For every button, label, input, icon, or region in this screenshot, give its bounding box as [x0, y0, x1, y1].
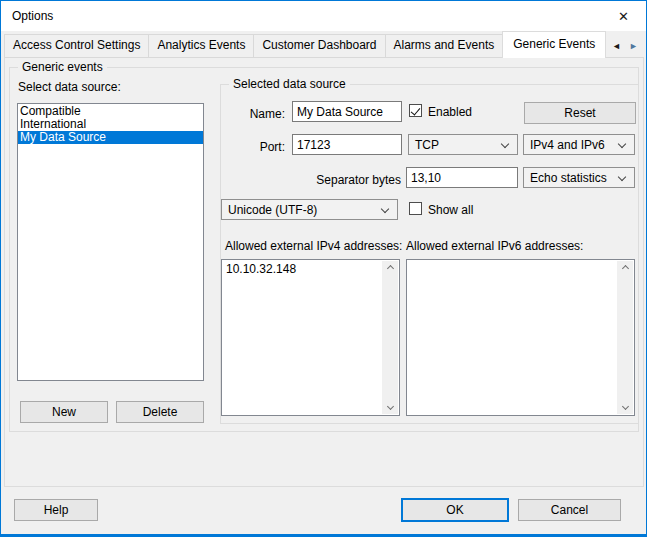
ipv6-addresses-textarea[interactable] — [406, 259, 635, 416]
separator-bytes-label: Separator bytes — [281, 173, 401, 187]
tab-scroll-right-icon[interactable]: ► — [625, 37, 642, 54]
chevron-down-icon — [381, 205, 389, 213]
reset-button[interactable]: Reset — [524, 102, 636, 124]
encoding-select[interactable]: Unicode (UTF-8) — [221, 199, 398, 220]
ipv4-address-value: 10.10.32.148 — [226, 262, 296, 276]
ip-version-select[interactable]: IPv4 and IPv6 — [523, 134, 635, 155]
options-dialog: Options ✕ Access Control Settings Analyt… — [0, 0, 647, 537]
tab-access-control-settings[interactable]: Access Control Settings — [4, 34, 149, 57]
separator-bytes-input[interactable] — [406, 167, 518, 188]
tab-analytics-events[interactable]: Analytics Events — [148, 34, 254, 57]
ipv6-addresses-label: Allowed external IPv6 addresses: — [406, 239, 583, 253]
delete-button[interactable]: Delete — [116, 401, 204, 423]
tab-page-generic-events: Generic events Select data source: Compa… — [4, 57, 644, 487]
vertical-scrollbar[interactable] — [617, 261, 633, 414]
ip-version-value: IPv4 and IPv6 — [530, 138, 605, 152]
tab-strip: Access Control Settings Analytics Events… — [4, 31, 605, 57]
tab-scroll-left-icon[interactable]: ◄ — [608, 37, 625, 54]
chevron-down-icon — [501, 140, 509, 148]
enabled-label: Enabled — [428, 105, 472, 119]
list-item-selected[interactable]: My Data Source — [18, 131, 203, 144]
name-input[interactable] — [292, 101, 402, 122]
cancel-button[interactable]: Cancel — [518, 499, 621, 521]
echo-statistics-value: Echo statistics — [530, 171, 607, 185]
tab-customer-dashboard[interactable]: Customer Dashboard — [253, 34, 385, 57]
port-input[interactable] — [292, 134, 402, 155]
select-data-source-label: Select data source: — [18, 80, 121, 94]
selected-data-source-group: Selected data source Name: Enabled Reset… — [220, 84, 639, 424]
title-bar[interactable]: Options ✕ — [1, 1, 646, 31]
help-button[interactable]: Help — [14, 499, 98, 521]
scroll-up-icon[interactable] — [621, 265, 628, 272]
show-all-checkbox[interactable] — [409, 202, 422, 215]
echo-statistics-select[interactable]: Echo statistics — [523, 167, 635, 188]
selected-data-source-group-label: Selected data source — [229, 77, 350, 91]
chevron-down-icon — [618, 173, 626, 181]
data-source-listbox[interactable]: Compatible International My Data Source — [17, 103, 204, 381]
show-all-label: Show all — [428, 203, 473, 217]
generic-events-group-label: Generic events — [18, 60, 107, 74]
tab-generic-events[interactable]: Generic Events — [502, 31, 606, 58]
encoding-value: Unicode (UTF-8) — [228, 203, 317, 217]
protocol-select[interactable]: TCP — [408, 134, 518, 155]
name-label: Name: — [221, 107, 285, 121]
tab-scroller: ◄ ► — [608, 37, 642, 54]
new-button[interactable]: New — [20, 401, 108, 423]
close-icon[interactable]: ✕ — [601, 1, 646, 31]
window-title: Options — [12, 9, 53, 23]
ok-button[interactable]: OK — [401, 498, 509, 522]
ipv4-addresses-label: Allowed external IPv4 addresses: — [225, 239, 402, 253]
scroll-down-icon[interactable] — [621, 403, 628, 410]
chevron-down-icon — [618, 140, 626, 148]
generic-events-group: Generic events Select data source: Compa… — [9, 67, 639, 432]
scroll-up-icon[interactable] — [386, 265, 393, 272]
ipv4-addresses-textarea[interactable]: 10.10.32.148 — [221, 259, 400, 416]
tab-alarms-and-events[interactable]: Alarms and Events — [385, 34, 504, 57]
protocol-value: TCP — [415, 138, 439, 152]
enabled-checkbox[interactable] — [409, 104, 422, 117]
vertical-scrollbar[interactable] — [382, 261, 398, 414]
port-label: Port: — [221, 140, 285, 154]
scroll-down-icon[interactable] — [386, 403, 393, 410]
